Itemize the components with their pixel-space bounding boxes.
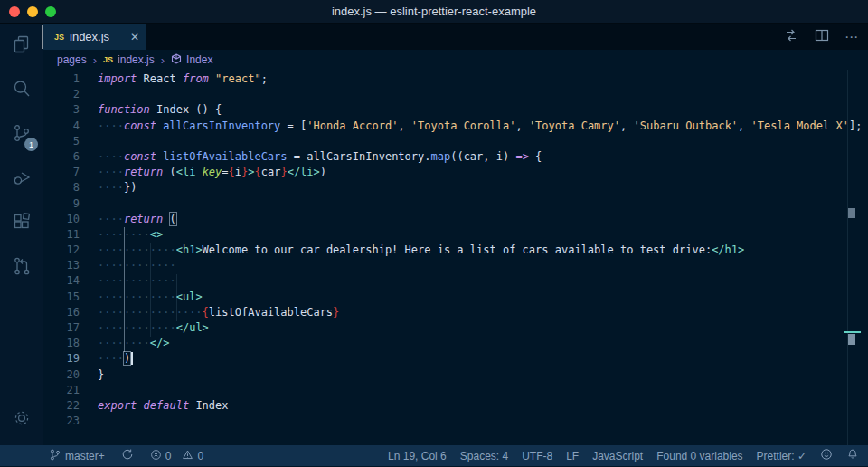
code-line[interactable]: 5 <box>43 134 868 149</box>
sidebar-item-search[interactable] <box>0 68 43 112</box>
status-item[interactable]: Ln 19, Col 6 <box>388 450 447 462</box>
minimize-window-button[interactable] <box>27 6 38 17</box>
line-number[interactable]: 12 <box>43 243 80 258</box>
line-number[interactable]: 19 <box>43 351 80 367</box>
tab-label: index.js <box>70 30 109 43</box>
line-number[interactable]: 6 <box>43 149 80 165</box>
errors-count: 0 <box>165 450 172 462</box>
close-tab-icon[interactable]: ✕ <box>130 31 139 43</box>
code-line[interactable]: 9 <box>43 196 868 212</box>
breadcrumb-item-file[interactable]: JS index.js <box>103 53 155 66</box>
line-number[interactable]: 1 <box>43 71 80 87</box>
code-line[interactable]: 19····) <box>43 351 868 367</box>
sidebar-item-explorer[interactable] <box>0 24 43 68</box>
code-token: key <box>203 166 222 178</box>
line-number[interactable]: 8 <box>43 180 80 195</box>
code-token: ) <box>320 166 326 178</box>
sidebar-item-extensions[interactable] <box>0 201 43 245</box>
code-line[interactable]: 6····const listOfAvailableCars = allCars… <box>43 149 868 165</box>
breadcrumb-item-symbol[interactable]: Index <box>171 53 212 67</box>
code-line[interactable]: 21 <box>43 383 868 398</box>
code-token: ···· <box>98 166 124 178</box>
line-number[interactable]: 21 <box>43 383 80 398</box>
line-number[interactable]: 18 <box>43 336 80 351</box>
code-line[interactable]: 15············<ul> <box>43 290 868 305</box>
code-token: </li> <box>288 166 320 178</box>
code-line[interactable]: 23 <box>43 414 868 429</box>
code-text: export default Index <box>80 398 229 414</box>
sidebar-item-run-and-debug[interactable] <box>0 157 43 201</box>
sidebar-item-github-pull-requests[interactable] <box>0 245 43 290</box>
code-line[interactable]: 12············<h1>Welcome to our car dea… <box>43 243 868 258</box>
code-token: ············ <box>98 291 176 303</box>
code-token: , <box>738 119 750 132</box>
line-number[interactable]: 10 <box>43 212 80 227</box>
line-number[interactable]: 13 <box>43 258 80 273</box>
overview-ruler-marker <box>844 331 861 333</box>
code-text: ············ <box>80 258 176 273</box>
sidebar-item-source-control[interactable]: 1 <box>0 112 43 157</box>
line-number[interactable]: 17 <box>43 320 80 336</box>
manage-button[interactable] <box>0 400 43 440</box>
line-number[interactable]: 11 <box>43 227 80 243</box>
notifications-bell-icon[interactable] <box>846 448 859 463</box>
status-item[interactable]: Found 0 variables <box>656 450 742 462</box>
status-item[interactable]: Prettier: ✓ <box>757 450 807 462</box>
code-line[interactable]: 4····const allCarsInInventory = ['Honda … <box>43 119 868 134</box>
code-text: ····}) <box>80 180 137 195</box>
title-bar: index.js — eslint-prettier-react-example <box>0 0 868 24</box>
line-number[interactable]: 4 <box>43 119 80 134</box>
split-editor-icon[interactable] <box>814 27 830 47</box>
code-line[interactable]: 2 <box>43 87 868 102</box>
code-line[interactable]: 14············ <box>43 273 868 289</box>
line-number[interactable]: 22 <box>43 398 80 414</box>
code-token: ············ <box>98 321 176 334</box>
breadcrumb-item-pages[interactable]: pages <box>57 53 87 66</box>
code-token: 'Tesla Model X' <box>751 119 849 132</box>
status-item[interactable]: JavaScript <box>592 450 643 462</box>
sync-icon[interactable] <box>121 448 134 463</box>
code-token <box>163 213 169 225</box>
line-number[interactable]: 20 <box>43 367 80 383</box>
line-number[interactable]: 7 <box>43 165 80 180</box>
feedback-icon[interactable] <box>820 448 833 463</box>
code-line[interactable]: 13············ <box>43 258 868 273</box>
line-number[interactable]: 5 <box>43 134 80 149</box>
tab-index-js[interactable]: JS index.js ✕ <box>43 24 146 50</box>
code-line[interactable]: 8····}) <box>43 180 868 195</box>
code-text: ········<> <box>80 227 163 243</box>
indent-guide <box>176 274 177 321</box>
zoom-window-button[interactable] <box>45 6 56 17</box>
code-line[interactable]: 22export default Index <box>43 398 868 414</box>
code-line[interactable]: 20} <box>43 367 868 383</box>
problems-status[interactable]: 0 0 <box>150 449 203 463</box>
line-number[interactable]: 16 <box>43 305 80 320</box>
code-line[interactable]: 18········</> <box>43 336 868 351</box>
code-line[interactable]: 11········<> <box>43 227 868 243</box>
code-line[interactable]: 7····return (<li key={i}>{car}</li>) <box>43 165 868 180</box>
source-control-badge: 1 <box>24 138 38 151</box>
status-item[interactable]: Spaces: 4 <box>460 450 508 462</box>
code-line[interactable]: 1import React from "react"; <box>43 71 868 87</box>
status-item[interactable]: UTF-8 <box>522 450 552 462</box>
open-changes-icon[interactable] <box>783 27 799 47</box>
code-line[interactable]: 10····return ( <box>43 212 868 227</box>
line-number[interactable]: 2 <box>43 87 80 102</box>
code-editor[interactable]: 1import React from "react";23function In… <box>43 70 868 445</box>
close-window-button[interactable] <box>9 6 20 17</box>
code-line[interactable]: 16················{listOfAvailableCars} <box>43 305 868 320</box>
code-line[interactable]: 3function Index () { <box>43 102 868 118</box>
code-token: , <box>398 119 410 132</box>
line-number[interactable]: 3 <box>43 102 80 118</box>
code-line[interactable]: 17············</ul> <box>43 320 868 336</box>
line-number[interactable]: 23 <box>43 414 80 429</box>
overview-ruler-cursor-marker <box>848 334 855 345</box>
warnings-icon <box>182 449 193 463</box>
more-actions-icon[interactable]: ⋯ <box>844 29 859 45</box>
code-token: 'Toyota Camry' <box>529 119 620 132</box>
line-number[interactable]: 9 <box>43 196 80 212</box>
line-number[interactable]: 15 <box>43 290 80 305</box>
line-number[interactable]: 14 <box>43 273 80 289</box>
git-branch-status[interactable]: master+ <box>49 448 105 464</box>
status-item[interactable]: LF <box>566 450 579 462</box>
